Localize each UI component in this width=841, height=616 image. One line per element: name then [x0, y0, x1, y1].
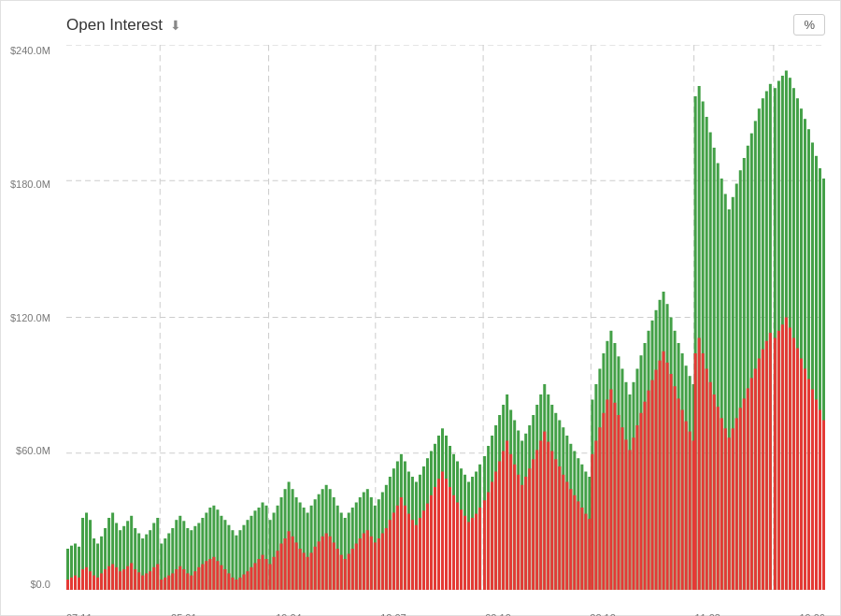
- svg-rect-384: [694, 353, 697, 590]
- svg-rect-276: [292, 537, 294, 590]
- svg-rect-416: [815, 400, 818, 591]
- svg-rect-318: [449, 487, 451, 590]
- svg-rect-397: [743, 398, 746, 590]
- svg-rect-220: [81, 569, 84, 590]
- svg-rect-248: [186, 573, 189, 590]
- svg-rect-234: [134, 569, 136, 590]
- svg-rect-411: [796, 349, 799, 591]
- svg-rect-288: [336, 549, 339, 590]
- y-label-1: $240.0M: [10, 45, 50, 56]
- svg-rect-293: [355, 544, 358, 591]
- svg-rect-342: [539, 441, 542, 591]
- svg-rect-277: [295, 542, 298, 590]
- svg-rect-270: [269, 565, 272, 591]
- svg-rect-301: [385, 528, 388, 590]
- svg-rect-377: [670, 374, 673, 590]
- svg-rect-281: [310, 552, 313, 590]
- svg-rect-404: [769, 333, 772, 590]
- svg-rect-244: [171, 573, 174, 590]
- svg-rect-263: [242, 575, 245, 591]
- svg-rect-336: [517, 475, 520, 590]
- svg-rect-412: [800, 359, 803, 591]
- svg-rect-221: [85, 567, 88, 590]
- download-icon[interactable]: ⬇: [170, 18, 181, 33]
- svg-rect-323: [467, 522, 470, 590]
- svg-rect-284: [321, 537, 324, 590]
- svg-rect-239: [152, 567, 155, 590]
- svg-rect-373: [655, 370, 658, 590]
- svg-rect-365: [624, 439, 627, 590]
- svg-rect-390: [717, 407, 720, 590]
- svg-rect-408: [785, 318, 788, 591]
- svg-rect-400: [754, 369, 757, 591]
- svg-rect-241: [160, 580, 163, 590]
- svg-rect-331: [498, 462, 501, 591]
- svg-rect-249: [190, 576, 192, 590]
- svg-rect-370: [644, 402, 647, 590]
- svg-rect-285: [325, 534, 328, 591]
- svg-rect-219: [78, 578, 80, 590]
- svg-rect-334: [509, 454, 512, 590]
- svg-rect-329: [491, 482, 493, 591]
- chart-area: $240.0M $180.0M $120.0M $60.0M $0.0: [66, 45, 825, 590]
- svg-rect-305: [400, 497, 403, 590]
- svg-rect-330: [494, 472, 497, 591]
- x-axis: 07.11 25.01 19.04 12.07 02.10 22.12 11.0…: [66, 612, 825, 616]
- svg-rect-387: [706, 369, 708, 591]
- svg-rect-317: [445, 479, 448, 590]
- x-label-6: 22.12: [590, 612, 616, 616]
- svg-rect-328: [487, 493, 490, 591]
- svg-rect-344: [547, 442, 549, 590]
- svg-rect-322: [463, 516, 466, 590]
- svg-rect-306: [404, 506, 406, 590]
- svg-rect-320: [456, 503, 459, 591]
- svg-rect-349: [565, 482, 568, 591]
- svg-rect-271: [273, 557, 276, 590]
- svg-rect-379: [677, 398, 680, 590]
- svg-rect-295: [363, 534, 365, 591]
- svg-rect-396: [739, 408, 742, 590]
- svg-rect-316: [441, 472, 444, 591]
- svg-rect-217: [70, 578, 73, 590]
- svg-rect-359: [602, 413, 605, 590]
- svg-rect-235: [137, 572, 140, 590]
- svg-rect-230: [119, 571, 121, 590]
- svg-rect-368: [636, 425, 639, 590]
- y-label-5: $0.0: [30, 579, 50, 590]
- svg-rect-347: [558, 466, 561, 590]
- x-label-2: 25.01: [171, 612, 197, 616]
- svg-rect-326: [478, 508, 481, 590]
- svg-rect-382: [689, 432, 691, 590]
- svg-rect-353: [580, 508, 583, 590]
- x-label-1: 07.11: [66, 612, 93, 616]
- svg-rect-321: [460, 509, 463, 590]
- svg-rect-240: [156, 565, 159, 591]
- svg-rect-399: [750, 378, 753, 590]
- svg-rect-308: [411, 520, 414, 590]
- svg-rect-389: [713, 394, 716, 590]
- svg-rect-262: [238, 578, 241, 590]
- svg-rect-279: [303, 552, 306, 590]
- svg-rect-395: [735, 418, 738, 590]
- svg-rect-261: [235, 580, 237, 590]
- percent-button[interactable]: %: [793, 14, 825, 36]
- svg-rect-225: [100, 573, 103, 590]
- svg-rect-299: [378, 538, 380, 590]
- svg-rect-238: [149, 571, 151, 590]
- svg-rect-352: [577, 501, 579, 590]
- svg-rect-231: [122, 569, 125, 590]
- svg-rect-310: [419, 518, 421, 590]
- svg-rect-366: [628, 450, 631, 590]
- svg-rect-259: [227, 573, 230, 590]
- svg-rect-283: [318, 541, 321, 590]
- svg-rect-381: [685, 422, 688, 590]
- svg-rect-268: [262, 555, 264, 590]
- svg-rect-414: [807, 380, 810, 591]
- svg-rect-228: [111, 565, 114, 591]
- svg-rect-357: [594, 441, 597, 591]
- x-label-5: 02.10: [485, 612, 511, 616]
- svg-rect-403: [765, 341, 768, 590]
- svg-rect-388: [709, 382, 712, 590]
- y-label-4: $60.0M: [16, 445, 50, 456]
- svg-rect-341: [535, 450, 538, 590]
